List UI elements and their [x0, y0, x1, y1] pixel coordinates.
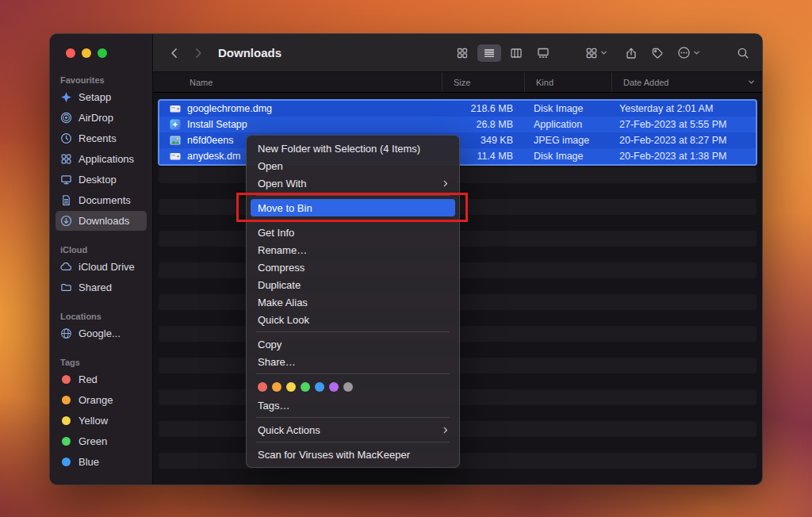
menu-item-open-with[interactable]: Open With — [247, 174, 459, 192]
desktop-wallpaper: Favourites Setapp AirDrop Recents — [0, 0, 812, 517]
sidebar-item-shared[interactable]: Shared — [56, 278, 147, 297]
menu-item-compress[interactable]: Compress — [247, 258, 459, 276]
file-name: n6fd0eens — [187, 135, 233, 146]
sidebar-item-label: iCloud Drive — [79, 261, 135, 273]
menu-separator — [256, 417, 450, 418]
menu-item-share[interactable]: Share… — [247, 353, 459, 370]
empty-row — [159, 469, 756, 484]
sidebar-item-label: Yellow — [79, 415, 108, 427]
red-tag-swatch[interactable] — [258, 382, 267, 392]
menu-item-rename[interactable]: Rename… — [247, 241, 459, 258]
blue-tag-icon — [59, 458, 73, 466]
sidebar-item-downloads[interactable]: Downloads — [56, 211, 147, 231]
sidebar-item-tag-orange[interactable]: Orange — [56, 390, 147, 410]
list-column-headers: Name Size Kind Date Added — [153, 72, 762, 93]
menu-item-get-info[interactable]: Get Info — [247, 224, 459, 241]
gallery-view-button[interactable] — [531, 44, 555, 62]
column-header-name[interactable]: Name — [153, 72, 442, 92]
sidebar-item-label: Red — [79, 373, 98, 385]
sidebar-item-label: Desktop — [79, 174, 117, 186]
airdrop-icon — [59, 112, 73, 124]
sidebar-item-desktop[interactable]: Desktop — [56, 170, 147, 190]
green-tag-swatch[interactable] — [301, 382, 310, 392]
sidebar-item-label: Applications — [79, 153, 134, 165]
sidebar-item-applications[interactable]: Applications — [56, 149, 147, 169]
sidebar-item-icloud-drive[interactable]: iCloud Drive — [56, 257, 147, 277]
menu-item-move-to-bin[interactable]: Move to Bin — [251, 199, 455, 216]
menu-item-duplicate[interactable]: Duplicate — [247, 276, 459, 293]
more-actions-button[interactable] — [677, 46, 700, 59]
icon-view-button[interactable] — [450, 44, 474, 62]
menu-item-quick-look[interactable]: Quick Look — [247, 311, 459, 328]
sidebar-item-tag-yellow[interactable]: Yellow — [56, 411, 147, 431]
blue-tag-swatch[interactable] — [315, 382, 324, 392]
menu-item-tags[interactable]: Tags… — [247, 396, 459, 414]
sidebar-item-tag-green[interactable]: Green — [56, 431, 147, 451]
file-date-added: Yesterday at 2:01 AM — [610, 103, 756, 114]
column-header-date-added[interactable]: Date Added — [611, 72, 762, 92]
tags-button[interactable] — [651, 47, 664, 59]
column-view-button[interactable] — [504, 44, 528, 62]
menu-separator — [256, 331, 450, 332]
file-name: Install Setapp — [187, 119, 247, 130]
file-row-googlechrome[interactable]: googlechrome.dmg 218.6 MB Disk Image Yes… — [159, 101, 756, 117]
sidebar-item-label: Shared — [79, 281, 112, 293]
sidebar-item-google-drive[interactable]: Google... — [56, 324, 147, 343]
chevron-down-icon — [600, 49, 607, 56]
orange-tag-swatch[interactable] — [272, 382, 282, 392]
menu-separator — [256, 442, 450, 442]
share-button[interactable] — [625, 47, 638, 59]
window-controls — [50, 48, 152, 58]
disk-image-icon — [169, 150, 182, 163]
context-menu: New Folder with Selection (4 Items) Open… — [246, 135, 460, 468]
file-date-added: 27-Feb-2023 at 5:55 PM — [610, 119, 756, 130]
close-window-button[interactable] — [66, 48, 75, 58]
column-header-kind[interactable]: Kind — [524, 72, 611, 92]
sidebar-item-label: Orange — [79, 394, 113, 406]
file-size: 26.8 MB — [443, 119, 524, 130]
document-icon — [59, 194, 73, 206]
yellow-tag-swatch[interactable] — [286, 382, 296, 392]
file-kind: JPEG image — [524, 135, 610, 146]
sidebar-item-airdrop[interactable]: AirDrop — [56, 108, 147, 128]
sidebar-section-locations: Locations — [50, 312, 152, 321]
file-date-added: 20-Feb-2023 at 1:38 PM — [610, 151, 756, 162]
menu-item-open[interactable]: Open — [247, 157, 459, 174]
file-kind: Disk Image — [524, 103, 610, 114]
orange-tag-icon — [59, 396, 73, 404]
menu-item-make-alias[interactable]: Make Alias — [247, 293, 459, 311]
zoom-window-button[interactable] — [98, 48, 107, 58]
shared-folder-icon — [59, 281, 73, 293]
sidebar-item-label: Recents — [79, 132, 117, 144]
sort-chevron-icon — [748, 79, 762, 86]
forward-button[interactable] — [190, 47, 207, 59]
sidebar-item-label: Blue — [79, 456, 99, 468]
file-row-install-setapp[interactable]: Install Setapp 26.8 MB Application 27-Fe… — [159, 117, 756, 132]
menu-item-new-folder-with-selection[interactable]: New Folder with Selection (4 Items) — [247, 140, 459, 157]
sidebar-item-label: Setapp — [79, 91, 111, 103]
sidebar-item-recents[interactable]: Recents — [56, 128, 147, 148]
column-header-size[interactable]: Size — [442, 72, 524, 92]
sidebar-item-tag-blue[interactable]: Blue — [56, 452, 147, 472]
sidebar: Favourites Setapp AirDrop Recents — [50, 34, 153, 484]
list-view-button[interactable] — [477, 44, 501, 62]
menu-tag-color-row — [247, 377, 459, 396]
menu-separator — [256, 195, 450, 196]
sidebar-item-tag-red[interactable]: Red — [56, 370, 147, 389]
desktop-icon — [59, 174, 73, 186]
menu-item-scan-for-viruses[interactable]: Scan for Viruses with MacKeeper — [247, 446, 459, 463]
sidebar-item-documents[interactable]: Documents — [56, 190, 147, 210]
sidebar-item-setapp[interactable]: Setapp — [56, 87, 147, 107]
clock-icon — [59, 132, 73, 144]
menu-item-copy[interactable]: Copy — [247, 335, 459, 353]
grey-tag-swatch[interactable] — [343, 382, 353, 392]
menu-item-quick-actions[interactable]: Quick Actions — [247, 421, 459, 438]
purple-tag-swatch[interactable] — [329, 382, 339, 392]
group-by-button[interactable] — [585, 47, 607, 59]
sidebar-item-label: Green — [79, 435, 107, 447]
application-icon — [169, 118, 182, 131]
sidebar-section-icloud: iCloud — [50, 245, 152, 255]
minimize-window-button[interactable] — [82, 48, 91, 58]
back-button[interactable] — [166, 47, 183, 59]
search-button[interactable] — [737, 47, 749, 59]
